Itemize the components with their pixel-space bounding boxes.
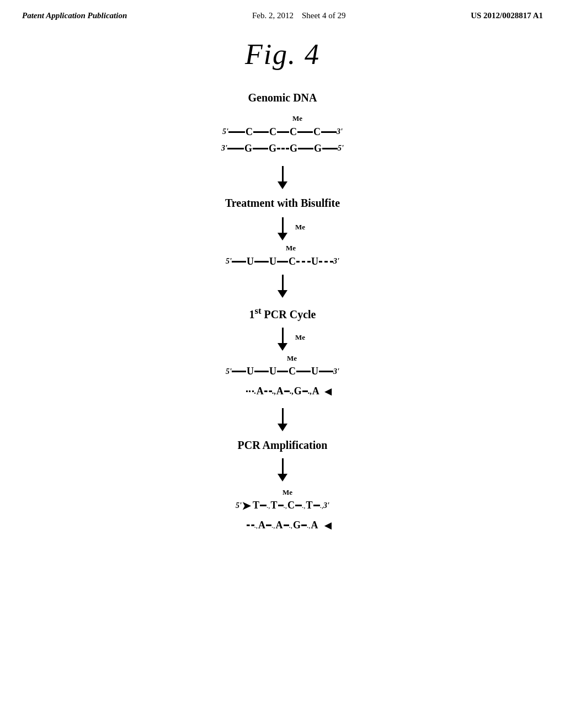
me-label-6: Me [282, 488, 292, 497]
base-U1: U [246, 256, 254, 267]
arrow-5 [278, 408, 287, 431]
me-label-1: Me [292, 114, 302, 123]
arrow-right-1: ➤ [242, 499, 251, 512]
arrow-left-2: ◄ [322, 518, 334, 533]
3prime-final-top: 3' [323, 501, 339, 510]
pcr1-label: 1st PCR Cycle [249, 306, 316, 321]
base-G3: G [289, 143, 298, 154]
me-label-3: Me [286, 244, 296, 253]
5prime-label-top: 5' [213, 127, 228, 136]
base-T1: T [252, 500, 260, 511]
5prime-bis: 5' [216, 257, 232, 266]
5prime-final-top: 5' [226, 501, 242, 510]
base-T2: T [270, 500, 278, 511]
base-A5: A [275, 520, 284, 531]
arrow-1 [278, 166, 287, 189]
base-U6: U [311, 366, 319, 377]
bisulfite-strand-block: Me 5' U U C U 3' [156, 244, 409, 269]
base-C-final: C [287, 500, 295, 511]
base-G4: G [313, 143, 322, 154]
arrow-6 [278, 458, 287, 481]
date-label: Feb. 2, 2012 [252, 11, 294, 20]
base-U3: U [311, 256, 319, 267]
5prime-pcr1-top: 5' [216, 367, 232, 376]
bisulfite-label: Treatment with Bisulfite [225, 197, 340, 210]
base-U5: U [269, 366, 277, 377]
base-T3: T [306, 500, 313, 511]
base-C2: C [269, 126, 277, 138]
arrow-2: Me [278, 217, 287, 240]
base-G5: G [294, 386, 302, 397]
base-mC2: C [288, 256, 296, 267]
arrow-left-1: ◄ [322, 384, 334, 399]
base-G2: G [268, 143, 277, 154]
page-header: Patent Application Publication Feb. 2, 2… [0, 0, 565, 22]
base-U2: U [269, 256, 277, 267]
5prime-label-bottom: 5' [338, 144, 353, 153]
3prime-pcr1-top: 3' [333, 367, 349, 376]
genomic-dna-label: Genomic DNA [248, 92, 317, 104]
me-label-4: Me [295, 333, 305, 342]
base-A4: A [258, 520, 266, 531]
publication-label: Patent Application Publication [22, 10, 127, 22]
patent-number-label: US 2012/0028817 A1 [471, 10, 543, 22]
base-A1: A [256, 386, 264, 397]
base-C1: C [245, 126, 253, 138]
base-G6: G [292, 520, 301, 531]
pcr1-result-block: Me 5' U U C U 3' . A . , A . , [150, 354, 415, 400]
sheet-label: Sheet 4 of 29 [302, 11, 346, 20]
date-sheet-label: Feb. 2, 2012 Sheet 4 of 29 [252, 10, 346, 22]
base-A2: A [276, 386, 284, 397]
genomic-dna-block: Me 5' C C C C 3' 3' G G G [145, 114, 420, 157]
3prime-bis: 3' [333, 257, 349, 266]
pcr-amp-label: PCR Amplification [238, 439, 328, 452]
arrow-3 [278, 275, 287, 298]
pcr-amp-result-block: Me 5' ➤ T ., T ., C ., T ., 3' ., A ., A [145, 488, 420, 534]
3prime-label-bottom: 3' [212, 144, 227, 153]
base-U4: U [246, 366, 254, 377]
figure-title: Fig. 4 [245, 38, 320, 71]
base-A3: A [312, 386, 320, 397]
base-A6: A [311, 520, 319, 531]
arrow-4: Me [278, 328, 287, 351]
base-mC3: C [288, 366, 296, 377]
base-C3: C [313, 126, 321, 138]
3prime-label-top: 3' [337, 127, 352, 136]
main-content: Fig. 4 Genomic DNA Me 5' C C C C 3' [0, 22, 565, 534]
me-label-2: Me [295, 223, 305, 232]
base-G1: G [244, 143, 253, 154]
me-label-5: Me [287, 354, 297, 363]
base-mC: C [289, 126, 297, 138]
